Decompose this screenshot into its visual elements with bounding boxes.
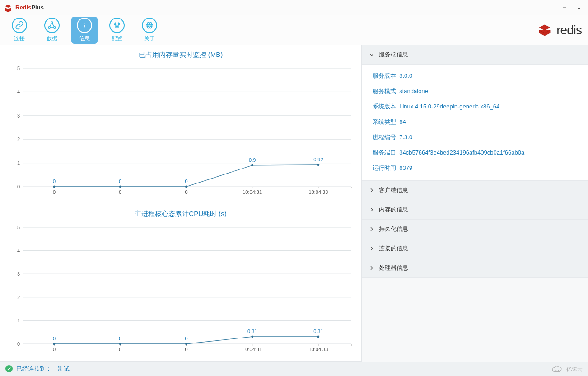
watermark: 亿速云 bbox=[551, 365, 583, 373]
svg-point-80 bbox=[185, 343, 187, 345]
svg-text:0.9: 0.9 bbox=[249, 157, 256, 163]
svg-point-16 bbox=[118, 23, 120, 24]
nav-label: 信息 bbox=[79, 35, 90, 42]
status-bar: 已经连接到：测试 亿速云 bbox=[0, 362, 588, 376]
svg-text:2: 2 bbox=[17, 136, 20, 142]
redis-cube-icon bbox=[537, 22, 553, 38]
chevron-down-icon bbox=[369, 52, 374, 57]
nav-info[interactable]: 信息 bbox=[71, 17, 98, 44]
svg-text:0.92: 0.92 bbox=[313, 157, 323, 162]
svg-text:0: 0 bbox=[119, 336, 121, 341]
brand-logo: redis bbox=[537, 22, 582, 38]
main-toolbar: 连接 数据 信息 配置 关于 redis bbox=[0, 15, 588, 45]
svg-point-87 bbox=[555, 370, 556, 371]
chevron-right-icon bbox=[369, 188, 374, 193]
nav-config[interactable]: 配置 bbox=[104, 17, 130, 44]
svg-point-43 bbox=[53, 186, 56, 188]
svg-text:0: 0 bbox=[53, 347, 56, 352]
accordion-header-2[interactable]: 内存的信息 bbox=[362, 200, 588, 220]
svg-point-84 bbox=[317, 336, 319, 338]
svg-text:0.31: 0.31 bbox=[247, 329, 257, 334]
accordion-header-1[interactable]: 客户端信息 bbox=[362, 181, 588, 200]
svg-line-7 bbox=[52, 24, 54, 27]
accordion-title: 连接的信息 bbox=[379, 244, 408, 253]
charts-pane: 已占用内存量实时监控 (MB) 01234500010:04:3110:04:3… bbox=[0, 45, 362, 362]
svg-text:0.31: 0.31 bbox=[313, 329, 323, 334]
info-line: 系统版本: Linux 4.15.0-29deepin-generic x86_… bbox=[373, 99, 577, 114]
svg-text:0: 0 bbox=[119, 179, 121, 184]
accordion-header-5[interactable]: 处理器信息 bbox=[362, 258, 588, 278]
chevron-right-icon bbox=[369, 226, 374, 232]
svg-text:1: 1 bbox=[17, 160, 20, 166]
svg-text:0: 0 bbox=[53, 189, 56, 195]
nav-label: 数据 bbox=[47, 35, 57, 42]
svg-text:1: 1 bbox=[17, 318, 20, 323]
svg-text:0: 0 bbox=[185, 179, 187, 184]
svg-text:0: 0 bbox=[185, 189, 187, 195]
status-ok-icon bbox=[5, 365, 13, 372]
svg-point-47 bbox=[185, 186, 187, 188]
svg-point-49 bbox=[251, 164, 253, 166]
link-icon bbox=[15, 21, 24, 30]
nav-connect[interactable]: 连接 bbox=[6, 17, 33, 44]
chevron-right-icon bbox=[369, 265, 374, 271]
accordion-title: 持久化信息 bbox=[379, 225, 408, 233]
svg-text:0: 0 bbox=[17, 184, 20, 189]
info-line: 进程编号: 7.3.0 bbox=[373, 130, 577, 145]
svg-text:10:04:31: 10:04:31 bbox=[243, 189, 262, 195]
accordion-header-0[interactable]: 服务端信息 bbox=[362, 45, 588, 65]
chevron-right-icon bbox=[369, 207, 374, 212]
nav-label: 关于 bbox=[144, 35, 155, 42]
svg-text:10:04:33: 10:04:33 bbox=[308, 189, 328, 195]
chevron-right-icon bbox=[369, 246, 374, 251]
app-title: RedisPlus bbox=[15, 4, 44, 11]
svg-point-12 bbox=[114, 24, 116, 25]
info-line: 服务端口: 34cb57664f3e4bed234196afb409cb0a1f… bbox=[373, 145, 577, 160]
status-text: 已经连接到：测试 bbox=[16, 365, 70, 373]
info-sidebar: 服务端信息服务版本: 3.0.0服务模式: standalone系统版本: Li… bbox=[362, 45, 588, 362]
svg-text:0: 0 bbox=[53, 336, 56, 341]
info-line: 运行时间: 6379 bbox=[373, 160, 577, 176]
svg-point-76 bbox=[53, 343, 56, 345]
info-line: 系统类型: 64 bbox=[373, 114, 577, 130]
accordion-title: 服务端信息 bbox=[379, 51, 408, 59]
memory-chart: 已占用内存量实时监控 (MB) 01234500010:04:3110:04:3… bbox=[0, 45, 361, 204]
accordion-header-4[interactable]: 连接的信息 bbox=[362, 239, 588, 258]
svg-text:4: 4 bbox=[17, 89, 20, 94]
svg-text:0: 0 bbox=[17, 341, 20, 347]
svg-point-78 bbox=[119, 343, 121, 345]
svg-text:0: 0 bbox=[185, 336, 187, 341]
cpu-chart: 主进程核心态累计CPU耗时 (s) 01234500010:04:3110:04… bbox=[0, 204, 361, 362]
svg-point-14 bbox=[116, 26, 117, 27]
accordion-title: 内存的信息 bbox=[379, 206, 408, 214]
sliders-icon bbox=[112, 21, 121, 30]
chart-title: 主进程核心态累计CPU耗时 (s) bbox=[0, 204, 361, 221]
svg-text:0: 0 bbox=[119, 189, 121, 195]
svg-text:0: 0 bbox=[53, 179, 56, 184]
info-line: 服务模式: standalone bbox=[373, 84, 577, 99]
svg-text:10:04:31: 10:04:31 bbox=[243, 347, 262, 352]
svg-line-6 bbox=[50, 24, 51, 27]
atom-icon bbox=[145, 21, 154, 30]
close-button[interactable] bbox=[573, 3, 585, 12]
info-line: 服务版本: 3.0.0 bbox=[373, 68, 577, 84]
svg-text:10:04:33: 10:04:33 bbox=[308, 347, 328, 352]
accordion-title: 处理器信息 bbox=[379, 264, 408, 272]
svg-text:0: 0 bbox=[119, 347, 121, 352]
svg-text:3: 3 bbox=[17, 113, 20, 118]
nav-label: 配置 bbox=[112, 35, 122, 42]
svg-point-88 bbox=[558, 370, 559, 371]
info-icon bbox=[80, 21, 89, 30]
accordion-header-3[interactable]: 持久化信息 bbox=[362, 220, 588, 239]
svg-text:3: 3 bbox=[17, 271, 20, 277]
svg-text:2: 2 bbox=[17, 295, 20, 300]
nav-label: 连接 bbox=[14, 35, 25, 42]
app-icon bbox=[4, 3, 13, 12]
nav-data[interactable]: 数据 bbox=[39, 17, 65, 44]
minimize-button[interactable] bbox=[558, 3, 571, 12]
accordion-body-0: 服务版本: 3.0.0服务模式: standalone系统版本: Linux 4… bbox=[362, 65, 588, 181]
svg-text:0: 0 bbox=[185, 347, 187, 352]
accordion-title: 客户端信息 bbox=[379, 186, 408, 194]
svg-point-82 bbox=[251, 336, 253, 338]
nav-about[interactable]: 关于 bbox=[136, 17, 163, 44]
